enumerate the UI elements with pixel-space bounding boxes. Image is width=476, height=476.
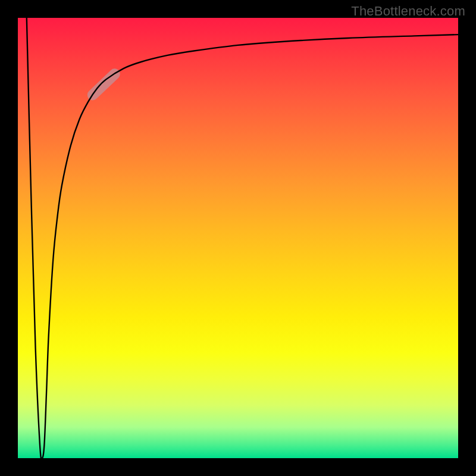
chart-svg <box>18 18 458 458</box>
watermark-text: TheBottleneck.com <box>351 4 465 19</box>
bottleneck-curve <box>27 18 458 458</box>
chart-frame <box>18 18 458 458</box>
plot-area <box>18 18 458 458</box>
curve-highlight <box>93 74 115 95</box>
